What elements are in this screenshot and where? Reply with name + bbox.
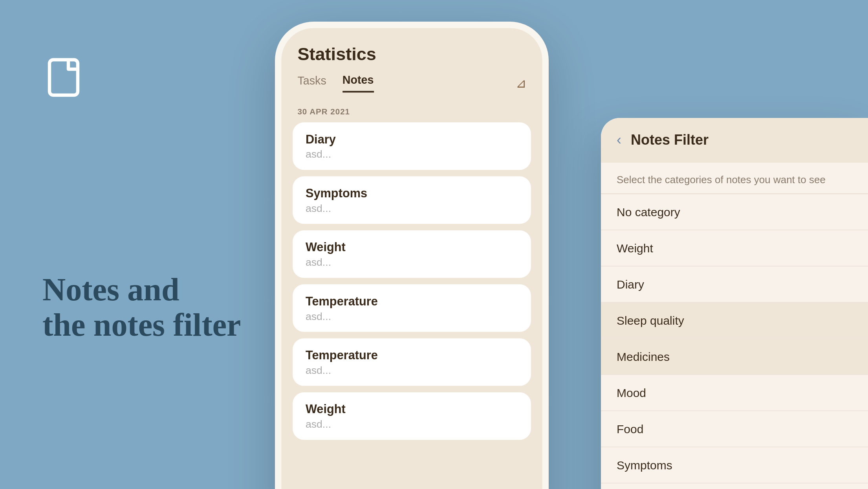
note-card[interactable]: Temperature asd... <box>293 284 531 332</box>
tab-tasks[interactable]: Tasks <box>297 74 326 92</box>
filter-item[interactable]: Sleep quality <box>601 303 868 339</box>
note-card-title: Temperature <box>306 294 518 308</box>
note-card-title: Symptoms <box>306 186 518 200</box>
phone-mockup: Statistics Tasks Notes ⊿ 30 APR 2021 Dia… <box>275 22 549 489</box>
note-card[interactable]: Symptoms asd... <box>293 176 531 224</box>
note-card[interactable]: Weight asd... <box>293 230 531 278</box>
filter-title: Notes Filter <box>631 132 709 149</box>
heading-line1: Notes and <box>42 272 278 307</box>
filter-item[interactable]: Food <box>601 411 868 447</box>
note-card-preview: asd... <box>306 148 518 160</box>
note-card-preview: asd... <box>306 202 518 214</box>
filter-header: ‹ Notes Filter <box>601 118 868 163</box>
phone-title: Statistics <box>297 44 526 65</box>
note-card-preview: asd... <box>306 364 518 376</box>
filter-items-list: No categoryWeightDiarySleep qualityMedic… <box>601 194 868 489</box>
note-card-preview: asd... <box>306 418 518 430</box>
note-card-title: Diary <box>306 132 518 146</box>
date-label: 30 APR 2021 <box>281 101 542 119</box>
heading-text: Notes and the notes filter <box>42 272 278 343</box>
filter-item[interactable]: No category <box>601 194 868 230</box>
file-icon <box>42 55 90 102</box>
left-section: Notes and the notes filter <box>42 0 278 489</box>
filter-panel: ‹ Notes Filter Select the categories of … <box>601 118 868 489</box>
filter-panel-wrapper: ‹ Notes Filter Select the categories of … <box>601 118 868 489</box>
note-card-title: Weight <box>306 240 518 254</box>
phone-header: Statistics Tasks Notes ⊿ <box>281 28 542 101</box>
note-card-title: Temperature <box>306 348 518 362</box>
filter-item[interactable]: Weight <box>601 230 868 267</box>
filter-icon[interactable]: ⊿ <box>516 75 526 90</box>
back-button[interactable]: ‹ <box>617 132 621 149</box>
phone-tabs: Tasks Notes ⊿ <box>297 73 526 92</box>
filter-item[interactable]: Mood <box>601 375 868 411</box>
note-card[interactable]: Weight asd... <box>293 392 531 440</box>
filter-item[interactable]: Symptoms <box>601 447 868 483</box>
notes-list: Diary asd... Symptoms asd... Weight asd.… <box>281 119 542 489</box>
filter-item[interactable]: Diary <box>601 267 868 303</box>
svg-rect-0 <box>49 60 78 95</box>
note-card-preview: asd... <box>306 310 518 322</box>
note-card[interactable]: Diary asd... <box>293 122 531 170</box>
tab-notes[interactable]: Notes <box>342 73 374 92</box>
filter-item[interactable]: Medicines <box>601 339 868 375</box>
filter-subtitle: Select the categories of notes you want … <box>601 163 868 194</box>
note-card-title: Weight <box>306 402 518 416</box>
note-card-preview: asd... <box>306 256 518 268</box>
heading-line2: the notes filter <box>42 307 278 343</box>
note-card[interactable]: Temperature asd... <box>293 338 531 386</box>
